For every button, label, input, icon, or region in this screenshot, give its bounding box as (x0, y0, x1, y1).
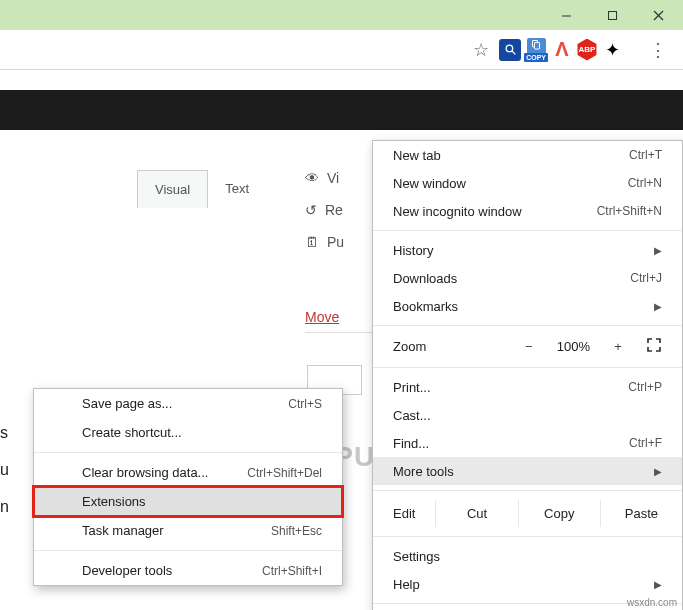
menu-new-incognito[interactable]: New incognito windowCtrl+Shift+N (373, 197, 682, 225)
menu-cast[interactable]: Cast... (373, 401, 682, 429)
svg-line-5 (512, 51, 515, 54)
tab-visual[interactable]: Visual (137, 170, 208, 208)
menu-edit-row: Edit Cut Copy Paste (373, 496, 682, 531)
maximize-button[interactable] (589, 0, 635, 30)
extension-adblock-icon[interactable]: ABP (576, 39, 598, 61)
chrome-main-menu: New tabCtrl+T New windowCtrl+N New incog… (372, 140, 683, 610)
menu-settings[interactable]: Settings (373, 542, 682, 570)
zoom-in-button[interactable]: + (608, 339, 628, 354)
extension-copy-icon[interactable] (527, 38, 546, 53)
submenu-developer-tools[interactable]: Developer toolsCtrl+Shift+I (34, 556, 342, 585)
minimize-button[interactable] (543, 0, 589, 30)
extension-a-icon[interactable]: Λ (551, 39, 573, 61)
submenu-arrow-icon: ▶ (654, 579, 662, 590)
submenu-create-shortcut[interactable]: Create shortcut... (34, 418, 342, 447)
submenu-clear-browsing-data[interactable]: Clear browsing data...Ctrl+Shift+Del (34, 458, 342, 487)
history-icon: ↺ (305, 202, 317, 218)
extensions-puzzle-icon[interactable]: ✦ (601, 39, 623, 61)
bookmark-star-icon[interactable]: ☆ (466, 39, 496, 61)
submenu-arrow-icon: ▶ (654, 466, 662, 477)
more-tools-submenu: Save page as...Ctrl+S Create shortcut...… (33, 388, 343, 586)
menu-find[interactable]: Find...Ctrl+F (373, 429, 682, 457)
menu-history[interactable]: History▶ (373, 236, 682, 264)
menu-paste[interactable]: Paste (600, 500, 682, 527)
menu-zoom-row: Zoom − 100% + (373, 331, 682, 362)
page-content: Visual Text 👁Vi ↺Re 🗓Pu Move sun A PUALS… (0, 70, 683, 610)
eye-icon: 👁 (305, 170, 319, 186)
svg-point-4 (506, 45, 513, 52)
submenu-arrow-icon: ▶ (654, 301, 662, 312)
side-label: Pu (327, 234, 344, 250)
sidebar-partial: 👁Vi ↺Re 🗓Pu (305, 170, 365, 266)
svg-rect-1 (608, 11, 616, 19)
chrome-menu-button[interactable]: ⋮ (643, 35, 673, 65)
edit-label: Edit (393, 506, 435, 521)
submenu-save-page[interactable]: Save page as...Ctrl+S (34, 389, 342, 418)
menu-copy[interactable]: Copy (518, 500, 600, 527)
zoom-label: Zoom (393, 339, 426, 354)
calendar-icon: 🗓 (305, 234, 319, 250)
source-watermark: wsxdn.com (627, 597, 677, 608)
submenu-task-manager[interactable]: Task managerShift+Esc (34, 516, 342, 545)
zoom-value: 100% (557, 339, 590, 354)
menu-bookmarks[interactable]: Bookmarks▶ (373, 292, 682, 320)
menu-new-window[interactable]: New windowCtrl+N (373, 169, 682, 197)
menu-print[interactable]: Print...Ctrl+P (373, 373, 682, 401)
menu-cut[interactable]: Cut (435, 500, 517, 527)
zoom-out-button[interactable]: − (519, 339, 539, 354)
submenu-arrow-icon: ▶ (654, 245, 662, 256)
window-titlebar (0, 0, 683, 30)
menu-new-tab[interactable]: New tabCtrl+T (373, 141, 682, 169)
move-link[interactable]: Move (305, 309, 365, 325)
body-text-cut: sun (0, 415, 30, 525)
menu-downloads[interactable]: DownloadsCtrl+J (373, 264, 682, 292)
page-header-bar (0, 90, 683, 130)
fullscreen-icon[interactable] (646, 337, 662, 356)
side-label: Vi (327, 170, 339, 186)
menu-more-tools[interactable]: More tools▶ (373, 457, 682, 485)
editor-tabs: Visual Text (137, 170, 266, 208)
extension-search-icon[interactable] (499, 39, 521, 61)
menu-help[interactable]: Help▶ (373, 570, 682, 598)
close-button[interactable] (635, 0, 681, 30)
submenu-extensions[interactable]: Extensions (34, 487, 342, 516)
svg-rect-7 (535, 43, 540, 50)
copy-badge: COPY (524, 53, 548, 62)
browser-toolbar: ☆ COPY Λ ABP ✦ ⋮ (0, 30, 683, 70)
side-label: Re (325, 202, 343, 218)
tab-text[interactable]: Text (208, 170, 266, 208)
